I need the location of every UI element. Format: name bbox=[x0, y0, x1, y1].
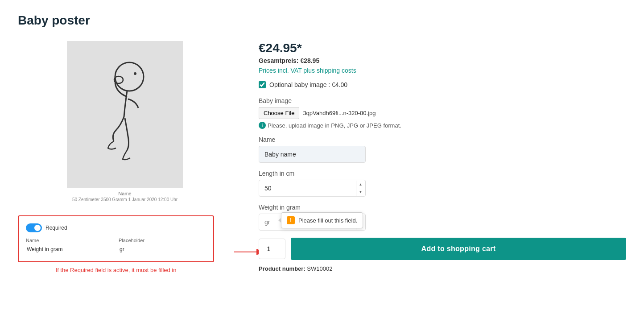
baby-image-section: Baby image Choose File 3qpVahdh69fi...n-… bbox=[259, 97, 626, 129]
tooltip-box: Required Name Placeholder bbox=[18, 215, 214, 262]
length-input[interactable] bbox=[259, 180, 366, 197]
required-toggle[interactable] bbox=[26, 223, 42, 232]
validation-icon: ! bbox=[287, 216, 295, 224]
name-field-input[interactable] bbox=[26, 245, 113, 254]
file-input-row: Choose File 3qpVahdh69fi...n-320-80.jpg bbox=[259, 107, 626, 119]
page-container: Baby poster bbox=[0, 0, 644, 287]
name-field-group: Name bbox=[26, 238, 113, 254]
required-label: Required bbox=[45, 225, 67, 231]
page-title: Baby poster bbox=[18, 13, 626, 28]
price-total: Gesamtpreis: €28.95 bbox=[259, 57, 626, 64]
baby-image-label: Baby image bbox=[259, 97, 626, 104]
name-section: Name bbox=[259, 136, 626, 163]
product-number: Product number: SW10002 bbox=[259, 265, 626, 272]
length-spinner-up[interactable]: ▲ bbox=[356, 181, 365, 188]
product-image-wrapper bbox=[67, 41, 183, 188]
name-label: Name bbox=[259, 136, 626, 143]
placeholder-field-input[interactable] bbox=[119, 245, 206, 254]
product-layout: Name 50 Zentimeter 3500 Gramm 1 Januar 2… bbox=[18, 41, 626, 273]
length-spinners: ▲ ▼ bbox=[356, 181, 365, 196]
length-label: Length in cm bbox=[259, 170, 626, 177]
tooltip-fields: Name Placeholder bbox=[26, 238, 206, 254]
info-icon: i bbox=[259, 122, 266, 129]
product-image-section: Name 50 Zentimeter 3500 Gramm 1 Januar 2… bbox=[18, 41, 232, 273]
placeholder-field-group: Placeholder bbox=[119, 238, 206, 254]
baby-illustration bbox=[85, 52, 165, 177]
validation-popup: ! Please fill out this field. bbox=[281, 212, 363, 228]
weight-label: Weight in gram bbox=[259, 204, 626, 211]
add-to-cart-button[interactable]: Add to shopping cart bbox=[291, 238, 626, 260]
weight-section: Weight in gram ▲ ▼ ! Please fill out thi… bbox=[259, 204, 626, 231]
name-field-label: Name bbox=[26, 238, 113, 243]
tooltip-area: Required Name Placeholder bbox=[18, 215, 232, 273]
svg-point-1 bbox=[134, 72, 136, 75]
optional-image-checkbox[interactable] bbox=[259, 81, 266, 88]
image-caption: Name 50 Zentimeter 3500 Gramm 1 Januar 2… bbox=[18, 191, 232, 202]
option-label: Optional baby image : €4.00 bbox=[269, 81, 347, 88]
tooltip-caption: If the Required field is active, it must… bbox=[18, 267, 214, 273]
upload-hint: i Please, upload image in PNG, JPG or JP… bbox=[259, 122, 626, 129]
product-details: €24.95* Gesamtpreis: €28.95 Prices incl.… bbox=[259, 41, 626, 272]
quantity-input-wrapper bbox=[259, 239, 285, 259]
tooltip-toggle-row: Required bbox=[26, 223, 206, 232]
placeholder-field-label: Placeholder bbox=[119, 238, 206, 243]
length-input-wrapper: ▲ ▼ bbox=[259, 180, 366, 197]
choose-file-button[interactable]: Choose File bbox=[259, 107, 299, 119]
tooltip-inner: Required Name Placeholder bbox=[26, 223, 206, 254]
length-spinner-down[interactable]: ▼ bbox=[356, 188, 365, 196]
quantity-input[interactable] bbox=[259, 239, 285, 259]
name-input[interactable] bbox=[259, 146, 366, 163]
option-checkbox-row: Optional baby image : €4.00 bbox=[259, 81, 626, 88]
validation-message: Please fill out this field. bbox=[298, 217, 357, 224]
length-section: Length in cm ▲ ▼ bbox=[259, 170, 626, 197]
file-name: 3qpVahdh69fi...n-320-80.jpg bbox=[303, 110, 376, 116]
vat-link[interactable]: Prices incl. VAT plus shipping costs bbox=[259, 67, 626, 74]
quantity-cart-row: Add to shopping cart bbox=[259, 238, 626, 260]
price-main: €24.95* bbox=[259, 41, 626, 55]
